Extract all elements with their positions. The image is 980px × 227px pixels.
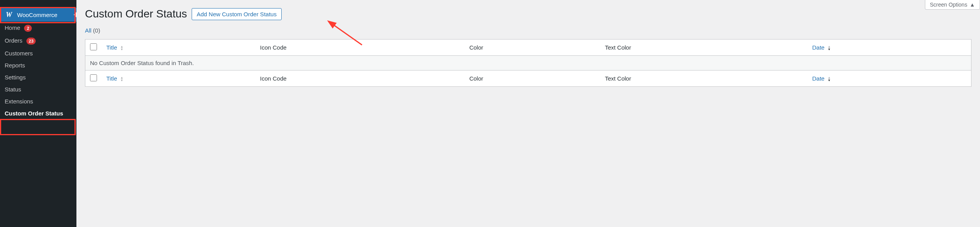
filter-all-count: (0) [93, 27, 100, 34]
sidebar-item-home[interactable]: Home 2 [0, 22, 76, 34]
sidebar-item-settings[interactable]: Settings [0, 71, 76, 83]
sidebar-item-label: Extensions [5, 98, 33, 105]
sidebar-item-status[interactable]: Status [0, 83, 76, 95]
sort-icon: ▲▼ [120, 76, 123, 82]
sidebar-item-woocommerce[interactable]: W WooCommerce [0, 8, 76, 22]
sidebar-item-extensions[interactable]: Extensions [0, 95, 76, 107]
column-date-footer[interactable]: Date ▲▼ [808, 71, 971, 87]
screen-options-button[interactable]: Screen Options ▲ [925, 0, 980, 10]
badge-count: 23 [26, 38, 36, 45]
page-title: Custom Order Status [85, 8, 187, 20]
column-title-header[interactable]: Title ▲▼ [102, 40, 255, 56]
column-label: Title [106, 44, 117, 51]
annotation-highlight-custom-order-status [0, 119, 76, 135]
add-new-button[interactable]: Add New Custom Order Status [192, 8, 282, 20]
sidebar-item-custom-order-status[interactable]: Custom Order Status [0, 107, 76, 119]
sidebar-item-label: Orders [5, 37, 23, 44]
sidebar-item-customers[interactable]: Customers [0, 47, 76, 59]
badge-count: 2 [24, 25, 32, 32]
column-color-footer: Color [465, 71, 600, 87]
sidebar-item-label: Reports [5, 62, 25, 69]
column-label: Date [812, 75, 825, 82]
column-label: Date [812, 44, 825, 51]
sidebar-item-label: Status [5, 86, 21, 93]
sidebar-item-orders[interactable]: Orders 23 [0, 34, 76, 47]
sort-icon: ▲▼ [828, 45, 831, 51]
select-all-checkbox-footer[interactable] [90, 74, 97, 81]
select-all-checkbox[interactable] [90, 43, 97, 50]
column-text-color-footer: Text Color [600, 71, 807, 87]
filter-links: All (0) [85, 27, 971, 34]
screen-options-label: Screen Options [930, 2, 968, 8]
column-color-header: Color [465, 40, 600, 56]
sidebar-item-label: Settings [5, 74, 26, 81]
select-all-footer [85, 71, 102, 87]
status-table: Title ▲▼ Icon Code Color Text Color Date… [85, 39, 971, 87]
woocommerce-icon: W [5, 11, 13, 19]
column-title-footer[interactable]: Title ▲▼ [102, 71, 255, 87]
select-all-header [85, 40, 102, 56]
column-label: Title [106, 75, 117, 82]
triangle-up-icon: ▲ [970, 2, 975, 8]
column-text-color-header: Text Color [600, 40, 807, 56]
sidebar-item-reports[interactable]: Reports [0, 59, 76, 71]
column-icon-code-footer: Icon Code [255, 71, 464, 87]
table-empty-row: No Custom Order Status found in Trash. [85, 56, 971, 71]
sidebar-item-label: WooCommerce [17, 12, 57, 18]
sidebar-item-label: Home [5, 24, 20, 31]
sidebar-item-label: Customers [5, 50, 33, 57]
empty-message: No Custom Order Status found in Trash. [85, 56, 971, 71]
admin-sidebar: W WooCommerce Home 2 Orders 23 Customers… [0, 0, 76, 227]
column-date-header[interactable]: Date ▲▼ [808, 40, 971, 56]
sort-icon: ▲▼ [120, 45, 123, 51]
sidebar-item-label: Custom Order Status [5, 110, 63, 117]
sort-icon: ▲▼ [828, 76, 831, 82]
filter-all-link[interactable]: All [85, 27, 92, 34]
main-content: Screen Options ▲ Custom Order Status Add… [76, 0, 980, 227]
column-icon-code-header: Icon Code [255, 40, 464, 56]
